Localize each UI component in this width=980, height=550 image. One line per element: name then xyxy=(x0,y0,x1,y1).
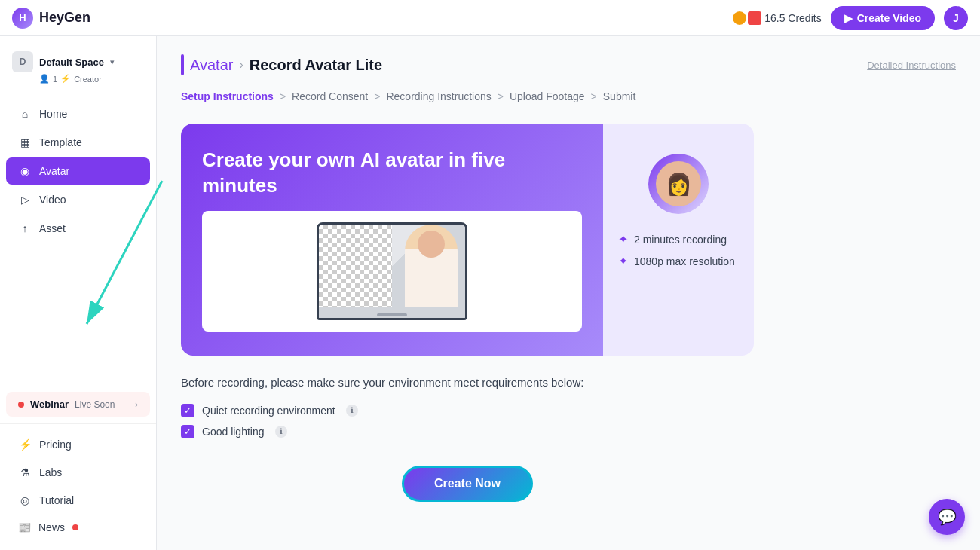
tutorial-icon: ◎ xyxy=(18,493,32,507)
sidebar-item-video[interactable]: ▷ Video xyxy=(6,186,150,213)
sidebar-item-template[interactable]: ▦ Template xyxy=(6,129,150,156)
user-avatar[interactable]: J xyxy=(944,6,968,30)
workspace-section: D Default Space ▾ 👤 1 ⚡ Creator xyxy=(0,45,156,93)
sidebar-item-asset[interactable]: ↑ Asset xyxy=(6,215,150,242)
topbar: H HeyGen 16.5 Credits ▶ Create Video J xyxy=(0,0,980,36)
sidebar-item-avatar[interactable]: ◉ Avatar xyxy=(6,157,150,185)
topbar-right: 16.5 Credits ▶ Create Video J xyxy=(733,6,968,30)
member-icon: 👤 xyxy=(39,74,50,84)
step-consent[interactable]: Record Consent xyxy=(292,90,368,102)
webinar-item[interactable]: Webinar Live Soon › xyxy=(6,392,150,417)
coin-icon xyxy=(733,11,746,25)
topbar-left: H HeyGen xyxy=(12,8,90,29)
laptop-base xyxy=(319,307,465,320)
avatar-icon: ◉ xyxy=(18,164,32,178)
breadcrumb-parent[interactable]: Avatar xyxy=(190,57,233,74)
webinar-label: Webinar xyxy=(30,399,69,410)
stat-row-1: ✦ 2 minutes recording xyxy=(618,232,739,246)
stat-row-2: ✦ 1080p max resolution xyxy=(618,254,739,268)
sidebar-item-tutorial[interactable]: ◎ Tutorial xyxy=(6,487,150,514)
sidebar-label-pricing: Pricing xyxy=(39,438,72,451)
create-now-button[interactable]: Create Now xyxy=(402,466,533,502)
chevron-down-icon: ▾ xyxy=(110,57,115,67)
step-sep-1: > xyxy=(280,90,286,102)
stat-bullet-1: ✦ xyxy=(618,232,628,246)
create-now-wrapper: Create Now xyxy=(181,451,754,502)
chat-bubble-button[interactable]: 💬 xyxy=(929,499,965,535)
step-sep-2: > xyxy=(374,90,380,102)
requirements-text: Before recording, please make sure your … xyxy=(181,374,754,392)
workspace-name: Default Space xyxy=(39,57,104,68)
sidebar-label-tutorial: Tutorial xyxy=(39,494,74,506)
workspace-meta: 👤 1 ⚡ Creator xyxy=(39,74,144,84)
hero-stats: ✦ 2 minutes recording ✦ 1080p max resolu… xyxy=(618,232,739,276)
check-icon-quiet: ✓ xyxy=(184,405,191,416)
lighting-checkbox[interactable]: ✓ xyxy=(181,425,194,438)
sidebar: D Default Space ▾ 👤 1 ⚡ Creator ⌂ Home ▦… xyxy=(0,36,157,550)
step-sep-3: > xyxy=(498,90,504,102)
check-icon-lighting: ✓ xyxy=(184,426,191,437)
step-submit[interactable]: Submit xyxy=(603,90,636,102)
lighting-info-icon[interactable]: ℹ xyxy=(275,426,287,438)
content-area: Avatar › Record Avatar Lite Detailed Ins… xyxy=(157,36,980,550)
hero-left: Create your own AI avatar in five minute… xyxy=(181,124,603,356)
credit-icons xyxy=(733,11,761,25)
sidebar-item-labs[interactable]: ⚗ Labs xyxy=(6,459,150,486)
sidebar-item-pricing[interactable]: ⚡ Pricing xyxy=(6,431,150,458)
create-video-icon: ▶ xyxy=(844,12,853,24)
video-icon: ▷ xyxy=(18,193,32,206)
person-silhouette xyxy=(405,225,458,307)
sidebar-label-news: News xyxy=(38,521,65,533)
breadcrumb-indicator xyxy=(181,54,184,75)
breadcrumb-current: Record Avatar Lite xyxy=(250,57,382,74)
workspace-selector[interactable]: D Default Space ▾ xyxy=(12,51,144,72)
logo-text: HeyGen xyxy=(39,10,90,26)
hero-right: 👩 ✦ 2 minutes recording ✦ 1080p max reso… xyxy=(603,124,754,356)
pricing-icon: ⚡ xyxy=(18,438,32,451)
quiet-checkbox[interactable]: ✓ xyxy=(181,404,194,417)
webinar-dot xyxy=(18,402,24,408)
logo-icon: H xyxy=(12,8,33,29)
sidebar-item-home[interactable]: ⌂ Home xyxy=(6,100,150,127)
quiet-label: Quiet recording environment xyxy=(202,405,335,417)
sidebar-item-news[interactable]: 📰 News xyxy=(6,515,150,540)
laptop-hinge xyxy=(377,313,407,316)
requirements-section: Before recording, please make sure your … xyxy=(181,374,754,502)
sidebar-label-asset: Asset xyxy=(39,222,66,234)
checkbox-quiet: ✓ Quiet recording environment ℹ xyxy=(181,404,754,417)
create-video-button[interactable]: ▶ Create Video xyxy=(831,6,935,30)
step-recording[interactable]: Recording Instructions xyxy=(386,90,491,102)
webinar-chevron-icon: › xyxy=(135,399,138,410)
detailed-instructions-link[interactable]: Detailed Instructions xyxy=(867,60,956,71)
sidebar-label-home: Home xyxy=(39,108,67,120)
mini-avatar-ring: 👩 xyxy=(648,154,709,214)
sidebar-label-template: Template xyxy=(39,136,82,148)
workspace-role: Creator xyxy=(74,75,102,84)
avatar-emoji: 👩 xyxy=(666,172,692,197)
news-badge xyxy=(72,524,78,530)
breadcrumb-separator: › xyxy=(239,58,243,72)
progress-steps: Setup Instructions > Record Consent > Re… xyxy=(181,90,956,102)
asset-icon: ↑ xyxy=(18,222,32,235)
sidebar-label-labs: Labs xyxy=(39,466,62,478)
credits-badge: 16.5 Credits xyxy=(733,11,821,25)
home-icon: ⌂ xyxy=(18,107,32,121)
breadcrumb: Avatar › Record Avatar Lite Detailed Ins… xyxy=(181,54,956,75)
template-icon: ▦ xyxy=(18,136,32,149)
create-video-label: Create Video xyxy=(857,12,921,24)
stat-label-1: 2 minutes recording xyxy=(634,234,727,246)
hero-title: Create your own AI avatar in five minute… xyxy=(202,148,582,199)
creator-dot: ⚡ xyxy=(60,74,71,84)
quiet-info-icon[interactable]: ℹ xyxy=(346,405,358,417)
credits-amount: 16.5 Credits xyxy=(764,12,821,24)
member-count: 1 xyxy=(53,75,57,84)
hero-card: Create your own AI avatar in five minute… xyxy=(181,124,754,356)
step-sep-4: > xyxy=(591,90,597,102)
bottom-nav: ⚡ Pricing ⚗ Labs ◎ Tutorial 📰 News xyxy=(0,423,156,541)
webinar-status: Live Soon xyxy=(75,399,115,410)
hero-preview xyxy=(202,211,582,332)
step-setup[interactable]: Setup Instructions xyxy=(181,90,274,102)
step-upload[interactable]: Upload Footage xyxy=(510,90,585,102)
workspace-avatar: D xyxy=(12,51,33,72)
labs-icon: ⚗ xyxy=(18,466,32,479)
